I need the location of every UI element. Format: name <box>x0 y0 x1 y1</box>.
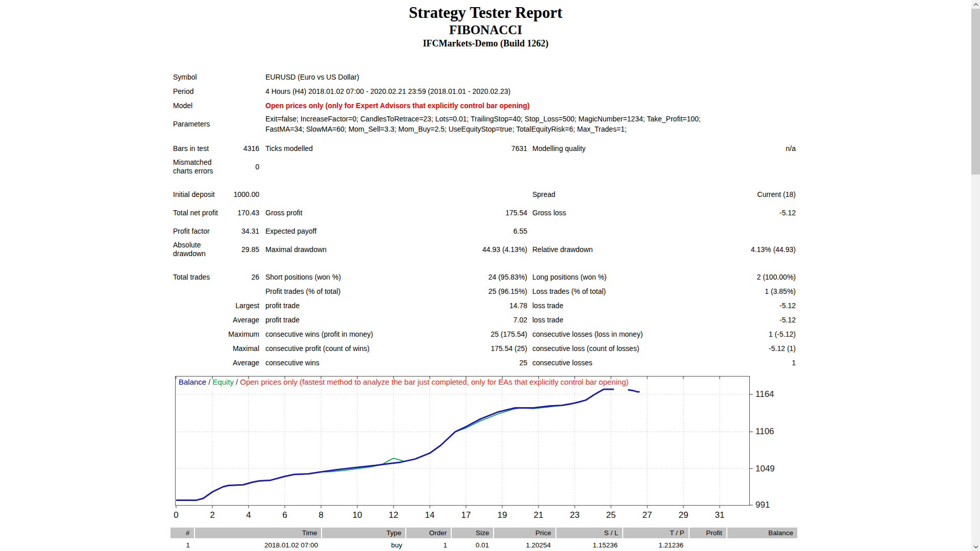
chevron-down-icon <box>973 545 978 548</box>
stat-value: 4316 <box>243 144 259 153</box>
stat-value: 1 (3.85%) <box>765 287 796 295</box>
report-title: Strategy Tester Report <box>0 3 971 22</box>
stat-value: Maximal <box>233 344 259 353</box>
server-build: IFCMarkets-Demo (Build 1262) <box>0 37 971 49</box>
stat-value: 175.54 (25) <box>491 344 527 353</box>
x-tick-label: 25 <box>600 510 622 520</box>
stats-row: ParametersExit=false; IncreaseFactor=0; … <box>173 113 797 135</box>
cell: 1 <box>170 541 194 549</box>
expert-name: FIBONACCI <box>0 22 971 37</box>
header-cell: Price <box>494 528 555 538</box>
x-tick-label: 19 <box>491 510 513 520</box>
stats-row: Averageprofit trade7.02loss trade-5.12 <box>173 313 797 327</box>
stat-value: Average <box>233 359 259 367</box>
vertical-scrollbar[interactable] <box>971 0 980 551</box>
stat-value: 4 Hours (H4) 2018.01.02 07:00 - 2020.02.… <box>265 87 796 96</box>
stat-value: 25 <box>519 359 527 367</box>
stat-value: 6.55 <box>513 227 527 235</box>
stats-spacer <box>173 261 797 270</box>
header-cell: T / P <box>623 528 688 538</box>
stat-label: Expected payoff <box>265 227 316 235</box>
x-tick-label: 2 <box>201 510 224 520</box>
stat-value: Maximum <box>228 330 259 338</box>
stat-label: Spread <box>532 190 555 198</box>
stat-label: consecutive wins <box>265 359 320 367</box>
header-cell: Profit <box>690 528 726 538</box>
header-cell: # <box>170 528 194 538</box>
cell: 1.21236 <box>622 541 688 549</box>
stats-row: Profit factor34.31Expected payoff6.55 <box>173 224 797 238</box>
x-tick-label: 8 <box>310 510 332 520</box>
stat-label: Relative drawdown <box>532 245 593 254</box>
stat-value: 29.85 <box>241 245 259 254</box>
cell: 1 <box>406 541 451 549</box>
stats-row: ModelOpen prices only (only for Expert A… <box>173 98 797 113</box>
header-cell: S / L <box>556 528 622 538</box>
header-cell: Balance <box>727 528 797 538</box>
stat-label: Period <box>173 87 193 96</box>
trades-table-body: 12018.01.02 07:00buy10.011.202541.152361… <box>170 538 797 551</box>
legend-balance-label: Balance <box>179 378 206 386</box>
legend-separator: / <box>206 378 212 386</box>
stat-label: consecutive loss (count of losses) <box>532 344 639 353</box>
stat-value: 2 (100.00%) <box>757 273 796 281</box>
scroll-up-button[interactable] <box>971 0 980 9</box>
stat-value: 170.43 <box>237 209 259 217</box>
stat-label: Initial deposit <box>173 190 215 199</box>
cell: 0.01 <box>451 541 493 549</box>
stat-label: loss trade <box>532 316 564 324</box>
y-tick-label: 1106 <box>755 427 791 437</box>
report-header: Strategy Tester Report FIBONACCI IFCMark… <box>0 3 971 49</box>
stats-row: Averageconsecutive wins25consecutive los… <box>173 356 797 370</box>
header-cell: Time <box>195 528 322 538</box>
stat-label: Maximal drawdown <box>265 245 327 254</box>
header-cell: Order <box>406 528 451 538</box>
stat-value: 25 (96.15%) <box>488 287 527 295</box>
x-tick-label: 21 <box>527 510 550 520</box>
stat-value: 44.93 (4.13%) <box>482 245 527 254</box>
stat-label: Mismatched charts errors <box>173 158 226 176</box>
stat-value: -5.12 (1) <box>769 344 796 353</box>
stat-label: consecutive profit (count of wins) <box>265 344 370 353</box>
stat-value: 25 (175.54) <box>491 330 527 338</box>
stats-row: Largestprofit trade14.78loss trade-5.12 <box>173 298 797 313</box>
stat-value: 24 (95.83%) <box>488 273 527 281</box>
x-tick-label: 14 <box>419 510 441 520</box>
x-tick-label: 6 <box>274 510 296 520</box>
stats-row: Total trades26Short positions (won %)24 … <box>173 270 797 284</box>
chart-legend: Balance/Equity/Open prices only (fastest… <box>179 378 745 386</box>
scroll-down-button[interactable] <box>971 542 980 551</box>
parameters-line: Exit=false; IncreaseFactor=0; CandlesToR… <box>265 114 796 124</box>
stat-label: Loss trades (% of total) <box>532 287 606 295</box>
stat-label: Ticks modelled <box>265 144 313 153</box>
stat-label: Profit trades (% of total) <box>265 287 340 295</box>
y-tick-label: 1164 <box>755 389 791 399</box>
stats-row: Absolute drawdown29.85Maximal drawdown44… <box>173 238 797 261</box>
stat-value: Open prices only (only for Expert Adviso… <box>265 102 796 110</box>
stat-value: n/a <box>786 144 796 153</box>
stat-value: EURUSD (Euro vs US Dollar) <box>265 73 796 82</box>
balance-line <box>176 389 614 500</box>
stat-value: -5.12 <box>779 209 796 217</box>
stat-value: 1000.00 <box>233 190 259 198</box>
stat-label: consecutive losses <box>532 359 593 367</box>
strategy-tester-report-page: Strategy Tester Report FIBONACCI IFCMark… <box>0 0 971 551</box>
stat-value: 34.31 <box>241 227 259 235</box>
stat-label: Absolute drawdown <box>173 241 226 258</box>
stat-label: Profit factor <box>173 227 210 236</box>
stat-value: 175.54 <box>505 209 527 217</box>
stats-row: Bars in test4316Ticks modelled7631Modell… <box>173 141 797 156</box>
stats-row: Maximumconsecutive wins (profit in money… <box>173 327 797 341</box>
scrollbar-thumb[interactable] <box>971 9 980 174</box>
y-tick-label: 1049 <box>755 464 791 474</box>
stat-label: Model <box>173 102 192 110</box>
stat-value: 4.13% (44.93) <box>751 245 796 254</box>
parameters-line: FastMA=34; SlowMA=60; Mom_Sell=3.3; Mom_… <box>265 124 796 134</box>
parameters-value: Exit=false; IncreaseFactor=0; CandlesToR… <box>265 114 796 134</box>
x-tick-label: 10 <box>346 510 369 520</box>
stat-label: profit trade <box>265 316 300 324</box>
y-tick-label: 991 <box>755 500 791 510</box>
header-cell: Size <box>452 528 493 538</box>
stats-row: Total net profit170.43Gross profit175.54… <box>173 202 797 224</box>
stats-row: Period4 Hours (H4) 2018.01.02 07:00 - 20… <box>173 84 797 98</box>
